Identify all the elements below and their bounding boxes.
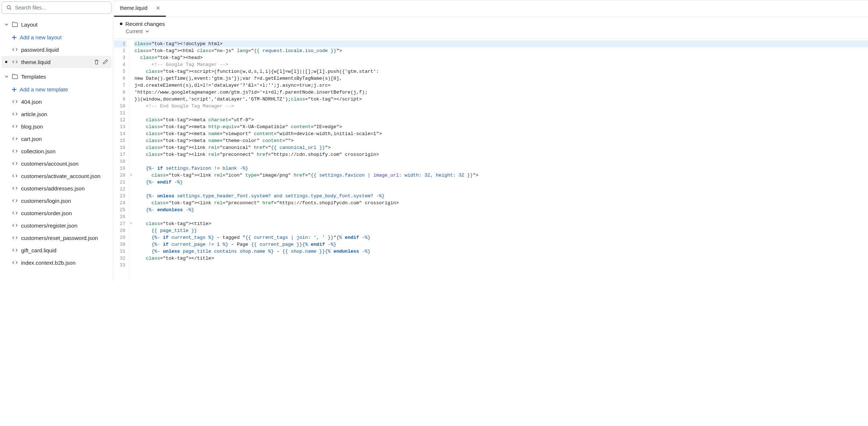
code-file-icon	[12, 135, 18, 142]
revision-label: Current	[126, 28, 143, 34]
file-label: password.liquid	[21, 47, 109, 53]
add-layout-label: Add a new layout	[20, 34, 62, 40]
search-box[interactable]	[1, 1, 112, 14]
tree-section-label: Layout	[21, 21, 38, 28]
add-template-button[interactable]: Add a new template	[1, 83, 112, 95]
file-item[interactable]: customers/addresses.json	[1, 182, 112, 194]
file-item[interactable]: customers/register.json	[1, 219, 112, 232]
code-line[interactable]: class="tok-tag"><meta charset="utf-8">	[134, 117, 868, 123]
code-line[interactable]: {%- if current_tags %} – tagged "{{ curr…	[134, 234, 868, 241]
file-label: collection.json	[21, 148, 109, 154]
file-item[interactable]: index.context.b2b.json	[1, 256, 112, 269]
code-line[interactable]: class="tok-tag"><meta name="viewport" co…	[134, 130, 868, 137]
code-file-icon	[12, 197, 18, 204]
dirty-indicator	[5, 61, 7, 63]
file-label: 404.json	[21, 99, 109, 105]
code-line[interactable]	[134, 110, 868, 117]
tree-section-label: Templates	[21, 74, 46, 80]
code-line[interactable]: })(window,document,'script','dataLayer',…	[134, 96, 868, 103]
code-line[interactable]: class="tok-tag"><meta http-equiv="X-UA-C…	[134, 123, 868, 130]
subheader: Recent changes Current	[113, 17, 868, 39]
code-line[interactable]	[134, 262, 868, 269]
code-line[interactable]: class="tok-tag"><!doctype html>	[134, 40, 868, 47]
code-line[interactable]: class="tok-tag"><link rel="icon" type="i…	[134, 172, 868, 179]
code-line[interactable]: class="tok-tag"><link rel="preconnect" h…	[134, 200, 868, 206]
tree-section-header[interactable]: Layout	[1, 18, 112, 31]
code-line[interactable]: <!-- Google Tag Manager -->	[134, 61, 868, 68]
code-line[interactable]: {%- unless settings.type_header_font.sys…	[134, 193, 868, 200]
file-label: blog.json	[21, 123, 109, 130]
add-template-label: Add a new template	[20, 86, 68, 92]
svg-line-1	[10, 8, 11, 9]
code-line[interactable]: new Date().getTime(),event:'gtm.js'});va…	[134, 75, 868, 82]
plus-icon	[12, 35, 17, 40]
file-item[interactable]: customers/reset_password.json	[1, 232, 112, 244]
tab[interactable]: theme.liquid ×	[114, 0, 166, 17]
editor-main: theme.liquid × Recent changes Current 12…	[113, 0, 868, 280]
code-line[interactable]: j=d.createElement(s),dl=l!='dataLayer'?'…	[134, 82, 868, 89]
code-file-icon	[12, 46, 18, 53]
file-item[interactable]: 404.json	[1, 95, 112, 108]
code-line[interactable]: {%- unless page_title contains shop.name…	[134, 248, 868, 255]
tab-close-icon[interactable]: ×	[156, 5, 160, 11]
code-file-icon	[12, 185, 18, 192]
file-item[interactable]: customers/activate_account.json	[1, 170, 112, 182]
code-editor[interactable]: 1234567891011121314151617181920212223242…	[113, 39, 868, 280]
file-item[interactable]: article.json	[1, 108, 112, 120]
code-line[interactable]: {%- if current_page != 1 %} – Page {{ cu…	[134, 241, 868, 248]
dirty-indicator	[120, 23, 122, 25]
tree-section-layout: Layout Add a new layout password.liquid …	[1, 18, 112, 68]
code-line[interactable]: class="tok-tag"><script>(function(w,d,s,…	[134, 68, 868, 75]
edit-icon[interactable]	[102, 59, 109, 65]
code-line[interactable]: class="tok-tag"><html class="no-js" lang…	[134, 47, 868, 54]
code-line[interactable]: class="tok-tag"></title>	[134, 255, 868, 262]
code-line[interactable]: class="tok-tag"><meta name="theme-color"…	[134, 137, 868, 144]
code-line[interactable]	[134, 213, 868, 220]
code-line[interactable]	[134, 186, 868, 193]
code-line[interactable]: {{ page_title }}	[134, 227, 868, 234]
code-line[interactable]: class="tok-tag"><head>	[134, 54, 868, 61]
chevron-down-icon	[4, 74, 9, 79]
file-item[interactable]: cart.json	[1, 133, 112, 145]
file-sidebar: Layout Add a new layout password.liquid …	[0, 0, 113, 280]
code-line[interactable]: class="tok-tag"><title>	[134, 220, 868, 227]
file-item[interactable]: gift_card.liquid	[1, 244, 112, 256]
code-file-icon	[12, 234, 18, 241]
code-file-icon	[12, 123, 18, 130]
search-input[interactable]	[15, 5, 107, 11]
file-item[interactable]: collection.json	[1, 145, 112, 157]
code-line[interactable]: {%- endif -%}	[134, 179, 868, 186]
revision-dropdown[interactable]: Current	[126, 28, 861, 34]
add-layout-button[interactable]: Add a new layout	[1, 31, 112, 43]
code-file-icon	[12, 98, 18, 105]
file-item[interactable]: customers/order.json	[1, 207, 112, 219]
code-area[interactable]: class="tok-tag"><!doctype html>class="to…	[133, 39, 868, 280]
file-label: customers/activate_account.json	[21, 173, 109, 179]
file-item[interactable]: customers/account.json	[1, 157, 112, 170]
file-item[interactable]: blog.json	[1, 120, 112, 133]
file-label: cart.json	[21, 136, 109, 142]
file-item[interactable]: theme.liquid	[1, 56, 112, 68]
tree-section-header[interactable]: Templates	[1, 70, 112, 83]
code-line[interactable]: class="tok-tag"><link rel="preconnect" h…	[134, 151, 868, 158]
code-line[interactable]: <!-- End Google Tag Manager -->	[134, 103, 868, 110]
code-file-icon	[12, 59, 18, 65]
file-label: customers/register.json	[21, 222, 109, 229]
code-file-icon	[12, 173, 18, 179]
code-file-icon	[12, 222, 18, 229]
code-line[interactable]	[134, 158, 868, 165]
code-line[interactable]: class="tok-tag"><link rel="canonical" hr…	[134, 144, 868, 151]
chevron-down-icon	[145, 29, 149, 33]
tree-section-templates: Templates Add a new template 404.jsonart…	[1, 70, 112, 269]
file-label: article.json	[21, 111, 109, 117]
delete-icon[interactable]	[93, 59, 100, 65]
code-line[interactable]: {%- endunless -%}	[134, 206, 868, 213]
code-line[interactable]: {%- if settings.favicon != blank -%}	[134, 165, 868, 172]
code-file-icon	[12, 111, 18, 117]
code-line[interactable]: 'https://www.googletagmanager.com/gtm.js…	[134, 89, 868, 96]
file-label: customers/order.json	[21, 210, 109, 216]
file-item[interactable]: password.liquid	[1, 43, 112, 56]
file-item[interactable]: customers/login.json	[1, 194, 112, 207]
code-file-icon	[12, 148, 18, 154]
code-file-icon	[12, 259, 18, 266]
